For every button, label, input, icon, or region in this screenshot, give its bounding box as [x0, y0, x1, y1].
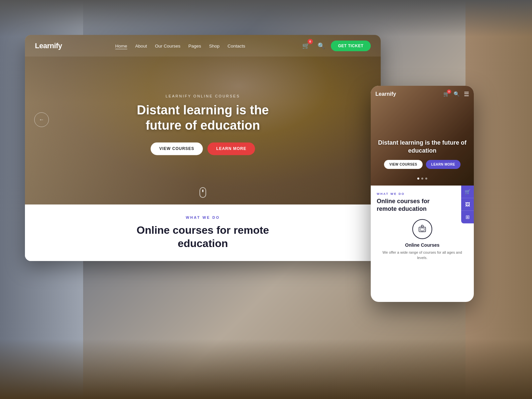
mobile-cart-button[interactable]: 🛒 0: [443, 91, 450, 97]
prev-arrow-button[interactable]: ←: [34, 112, 49, 127]
brand-logo: Learnify: [35, 42, 62, 50]
nav-item-home[interactable]: Home: [115, 43, 127, 49]
mobile-cart-badge: 0: [447, 89, 451, 94]
nav-link-pages[interactable]: Pages: [188, 44, 201, 49]
mobile-navbar: Learnify 🛒 0 🔍 ☰: [371, 86, 474, 102]
mobile-course-card-title: Online Courses: [380, 242, 465, 248]
mobile-search-icon[interactable]: 🔍: [454, 91, 460, 97]
courses-main-title: Online courses for remote education: [137, 223, 269, 250]
nav-right: 🛒 0 🔍 GET TICKET: [300, 40, 371, 52]
mobile-menu-icon[interactable]: ☰: [464, 90, 469, 98]
search-icon[interactable]: 🔍: [318, 42, 325, 50]
mobile-slider-dots: [417, 178, 427, 180]
mobile-mockup: Learnify 🛒 0 🔍 ☰ Distant learning is the…: [371, 86, 474, 302]
svg-rect-1: [420, 228, 424, 231]
mobile-nav-right: 🛒 0 🔍 ☰: [443, 90, 469, 98]
cart-button[interactable]: 🛒 0: [300, 40, 312, 52]
scroll-dot: [202, 190, 203, 192]
mobile-course-card-desc: We offer a wide range of courses for all…: [380, 250, 465, 261]
dot-3[interactable]: [425, 178, 427, 180]
mobile-brand-logo: Learnify: [375, 91, 396, 97]
nav-links: Home About Our Courses Pages Shop Contac…: [115, 43, 245, 49]
nav-item-contacts[interactable]: Contacts: [227, 43, 245, 49]
nav-link-home[interactable]: Home: [115, 44, 127, 49]
mobile-sidebar-image-icon[interactable]: 🖼: [461, 198, 474, 211]
desktop-navbar: Learnify Home About Our Courses Pages Sh…: [25, 35, 381, 57]
hero-subtitle: LEARNIFY ONLINE COURSES: [120, 94, 286, 98]
dot-1[interactable]: [417, 178, 419, 180]
hero-buttons: VIEW COURSES LEARN MORE: [120, 143, 286, 155]
mobile-what-we-do-label: WHAT WE DO: [377, 192, 468, 196]
view-courses-button[interactable]: VIEW COURSES: [151, 143, 203, 155]
dot-2[interactable]: [421, 178, 423, 180]
hero-title: Distant learning is the future of educat…: [120, 103, 286, 133]
cart-badge: 0: [308, 39, 313, 44]
mobile-learn-more-button[interactable]: LEARN MORE: [426, 160, 461, 169]
bg-top-gradient: [0, 0, 532, 37]
learn-more-button[interactable]: LEARN MORE: [207, 143, 255, 155]
what-we-do-label: WHAT WE DO: [186, 215, 220, 219]
mobile-view-courses-button[interactable]: VIEW COURSES: [384, 160, 423, 169]
mobile-courses-title: Online courses forremote education: [377, 198, 468, 213]
desktop-bottom-section: WHAT WE DO Online courses for remote edu…: [25, 204, 381, 261]
mobile-sidebar-layout-icon[interactable]: ⊞: [461, 211, 474, 223]
mobile-hero: Learnify 🛒 0 🔍 ☰ Distant learning is the…: [371, 86, 474, 186]
course-icon: [412, 219, 432, 239]
mobile-sidebar: 🛒 🖼 ⊞: [461, 186, 474, 223]
nav-link-contacts[interactable]: Contacts: [227, 44, 245, 49]
scroll-indicator: [200, 187, 206, 198]
mobile-sidebar-cart-icon[interactable]: 🛒: [461, 186, 474, 198]
mobile-course-card: Online Courses We offer a wide range of …: [377, 219, 468, 261]
nav-link-about[interactable]: About: [135, 44, 147, 49]
get-ticket-button[interactable]: GET TICKET: [331, 41, 371, 51]
mobile-hero-content: Distant learning is the future of educat…: [371, 139, 474, 169]
nav-item-pages[interactable]: Pages: [188, 43, 201, 49]
svg-point-2: [421, 225, 423, 227]
nav-item-about[interactable]: About: [135, 43, 147, 49]
bg-bottom-gradient: [0, 339, 532, 399]
desktop-mockup: Learnify Home About Our Courses Pages Sh…: [25, 35, 381, 261]
nav-link-courses[interactable]: Our Courses: [155, 44, 181, 49]
mobile-hero-buttons: VIEW COURSES LEARN MORE: [377, 160, 467, 169]
hero-content: LEARNIFY ONLINE COURSES Distant learning…: [120, 94, 286, 155]
svg-rect-0: [419, 227, 426, 232]
mobile-hero-title: Distant learning is the future of educat…: [377, 139, 467, 155]
desktop-hero: Learnify Home About Our Courses Pages Sh…: [25, 35, 381, 204]
nav-link-shop[interactable]: Shop: [209, 44, 220, 49]
mobile-bottom-section: WHAT WE DO Online courses forremote educ…: [371, 186, 474, 267]
nav-item-courses[interactable]: Our Courses: [155, 43, 181, 49]
nav-item-shop[interactable]: Shop: [209, 43, 220, 49]
